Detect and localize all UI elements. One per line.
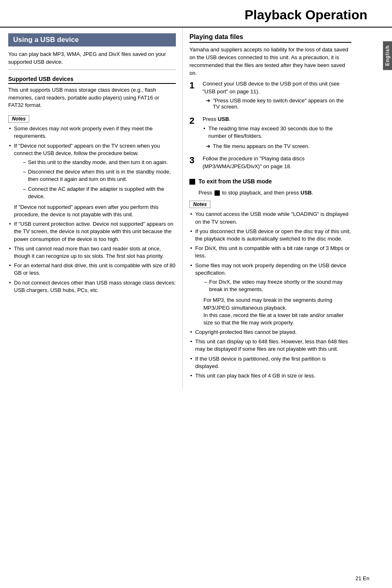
list-item: This unit can play back files of 4 GB in…: [189, 372, 351, 380]
right-column: Playing data files Yamaha and suppliers …: [183, 28, 372, 389]
exit-title: To exit from the USB mode: [198, 178, 272, 185]
list-item: This unit cannot read more than two card…: [8, 245, 176, 260]
left-column: Using a USB device You can play back MP3…: [0, 28, 183, 389]
step-2-number: 2: [189, 116, 199, 126]
list-item: Copyright-protected files cannot be play…: [189, 329, 351, 336]
step-2-text: Press USB.: [203, 116, 351, 123]
step-3-content: Follow the procedure in "Playing data di…: [203, 155, 351, 172]
step-2-bullets: The reading time may exceed 30 seconds d…: [203, 125, 351, 140]
notes-label-right: Notes: [189, 201, 210, 208]
black-square-icon: [189, 179, 195, 185]
list-item: If the USB device is partitioned, only t…: [189, 355, 351, 370]
page-title: Playback Operation: [0, 0, 392, 28]
sub-list: For DivX, the video may freeze shortly o…: [195, 278, 351, 293]
notes-label-left: Notes: [8, 115, 29, 123]
right-section-title: Playing data files: [189, 33, 351, 43]
step-2-arrow: The file menu appears on the TV screen.: [203, 143, 351, 149]
list-item: For an external hard disk drive, this un…: [8, 262, 176, 277]
list-item: Disconnect the device when this unit is …: [22, 168, 176, 183]
step-1-text: Connect your USB device to the USB port …: [203, 80, 351, 96]
step-1-arrow: "Press USB mode key to switch device" ap…: [203, 97, 351, 110]
right-intro: Yamaha and suppliers accepts no liabilit…: [189, 46, 351, 77]
list-item: Some files may not work properly dependi…: [189, 262, 351, 327]
list-item: If "USB current protection active. Devic…: [8, 220, 176, 243]
step-2: 2 Press USB. The reading time may exceed…: [189, 116, 351, 151]
page-number: 21 En: [355, 575, 369, 581]
list-item: Some devices may not work properly even …: [8, 125, 176, 140]
exit-section: To exit from the USB mode: [189, 178, 351, 185]
step-2-content: Press USB. The reading time may exceed 3…: [203, 116, 351, 151]
stop-icon: [214, 190, 220, 196]
list-item: This unit can display up to 648 files. H…: [189, 338, 351, 353]
left-notes-list: Some devices may not work properly even …: [8, 125, 176, 294]
list-item: If you disconnect the USB device or open…: [189, 228, 351, 243]
list-item: Connect the AC adapter if the adapter is…: [22, 185, 176, 200]
exit-body: Press to stop playback, and then press U…: [189, 189, 351, 197]
left-intro: You can play back MP3, WMA, JPEG and Div…: [8, 51, 176, 66]
step-1-content: Connect your USB device to the USB port …: [203, 80, 351, 111]
list-item: Do not connect devices other than USB ma…: [8, 279, 176, 294]
list-item: If "Device not supported" appears on the…: [8, 142, 176, 219]
step-3: 3 Follow the procedure in "Playing data …: [189, 155, 351, 172]
list-item: The reading time may exceed 30 seconds d…: [203, 125, 351, 140]
step-1-number: 1: [189, 80, 199, 91]
list-item: Set this unit to the standby mode, and t…: [22, 159, 176, 166]
sub-list: Set this unit to the standby mode, and t…: [14, 159, 176, 200]
step-3-number: 3: [189, 155, 199, 166]
list-item: For DivX, the video may freeze shortly o…: [203, 278, 351, 293]
list-item: For DivX, this unit is compatible with a…: [189, 245, 351, 259]
right-notes-list: You cannot access the USB mode while "LO…: [189, 211, 351, 380]
step-1: 1 Connect your USB device to the USB por…: [189, 80, 351, 111]
supported-text: This unit supports USB mass storage clas…: [8, 86, 176, 110]
supported-usb-title: Supported USB devices: [8, 76, 176, 84]
left-section-title: Using a USB device: [8, 33, 176, 46]
english-tab: English: [383, 41, 392, 70]
list-item: You cannot access the USB mode while "LO…: [189, 211, 351, 225]
step-3-text: Follow the procedure in "Playing data di…: [203, 155, 351, 171]
